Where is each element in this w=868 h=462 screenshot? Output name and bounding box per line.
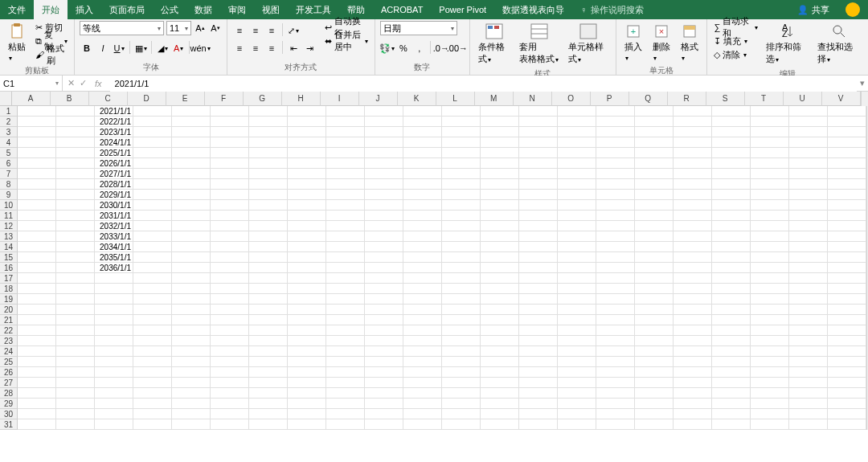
cell-V11[interactable]	[828, 211, 866, 221]
cell-F19[interactable]	[211, 294, 249, 305]
cell-U22[interactable]	[789, 325, 828, 336]
cell-K11[interactable]	[403, 211, 442, 221]
cell-D12[interactable]	[133, 221, 172, 231]
cell-L29[interactable]	[442, 399, 481, 409]
cell-I16[interactable]	[326, 263, 365, 273]
border-button[interactable]: ▦▾	[133, 41, 148, 55]
cell-Q22[interactable]	[635, 325, 674, 336]
align-middle-button[interactable]: ≡	[248, 23, 263, 38]
cell-D15[interactable]	[133, 252, 172, 263]
cell-L6[interactable]	[442, 158, 481, 169]
cell-C8[interactable]: 2028/1/1	[95, 179, 133, 190]
cell-B25[interactable]	[56, 357, 95, 367]
percent-button[interactable]: %	[396, 41, 411, 55]
cell-G30[interactable]	[249, 409, 288, 419]
cell-Q9[interactable]	[635, 190, 674, 200]
cell-Q17[interactable]	[635, 273, 674, 284]
cell-T25[interactable]	[751, 357, 789, 367]
cell-K2[interactable]	[403, 117, 442, 127]
cell-C17[interactable]	[95, 273, 133, 284]
cell-K23[interactable]	[403, 336, 442, 346]
align-center-button[interactable]: ≡	[248, 41, 263, 55]
cell-Q21[interactable]	[635, 315, 674, 325]
row-header-23[interactable]: 23	[0, 336, 18, 346]
cell-K22[interactable]	[403, 325, 442, 336]
cell-D24[interactable]	[133, 346, 172, 357]
cell-T9[interactable]	[751, 190, 789, 200]
cell-A2[interactable]	[18, 117, 56, 127]
cell-M10[interactable]	[481, 200, 519, 211]
cell-O26[interactable]	[558, 367, 596, 378]
cell-I14[interactable]	[326, 242, 365, 252]
col-header-E[interactable]: E	[166, 92, 205, 106]
cell-R4[interactable]	[674, 137, 712, 148]
cell-E2[interactable]	[172, 117, 211, 127]
cell-I4[interactable]	[326, 137, 365, 148]
cell-M11[interactable]	[481, 211, 519, 221]
cell-P19[interactable]	[596, 294, 635, 305]
cell-N30[interactable]	[519, 409, 558, 419]
tab-file[interactable]: 文件	[0, 0, 34, 19]
cell-V8[interactable]	[828, 179, 866, 190]
cell-I30[interactable]	[326, 409, 365, 419]
cell-E1[interactable]	[172, 106, 211, 117]
cell-S24[interactable]	[712, 346, 751, 357]
cell-H31[interactable]	[288, 419, 326, 430]
cell-M29[interactable]	[481, 399, 519, 409]
cell-M17[interactable]	[481, 273, 519, 284]
cell-V4[interactable]	[828, 137, 866, 148]
cell-L2[interactable]	[442, 117, 481, 127]
cell-I28[interactable]	[326, 388, 365, 399]
cell-M18[interactable]	[481, 284, 519, 294]
cell-O1[interactable]	[558, 106, 596, 117]
cell-O5[interactable]	[558, 148, 596, 158]
cell-G1[interactable]	[249, 106, 288, 117]
cell-J26[interactable]	[365, 367, 403, 378]
cell-P28[interactable]	[596, 388, 635, 399]
cell-N13[interactable]	[519, 231, 558, 242]
conditional-format-button[interactable]: 条件格式▾	[475, 21, 514, 67]
row-header-27[interactable]: 27	[0, 378, 18, 388]
cell-D6[interactable]	[133, 158, 172, 169]
cell-H11[interactable]	[288, 211, 326, 221]
cell-N12[interactable]	[519, 221, 558, 231]
cell-P10[interactable]	[596, 200, 635, 211]
cell-P2[interactable]	[596, 117, 635, 127]
cell-M4[interactable]	[481, 137, 519, 148]
cell-B6[interactable]	[56, 158, 95, 169]
cell-S17[interactable]	[712, 273, 751, 284]
cell-G20[interactable]	[249, 305, 288, 315]
cell-M1[interactable]	[481, 106, 519, 117]
cell-U10[interactable]	[789, 200, 828, 211]
cell-S5[interactable]	[712, 148, 751, 158]
cell-B4[interactable]	[56, 137, 95, 148]
cell-F20[interactable]	[211, 305, 249, 315]
cell-H1[interactable]	[288, 106, 326, 117]
cell-E11[interactable]	[172, 211, 211, 221]
cell-A30[interactable]	[18, 409, 56, 419]
cell-L5[interactable]	[442, 148, 481, 158]
tell-me-search[interactable]: ♀ 操作说明搜索	[572, 4, 652, 16]
cell-C1[interactable]: 2021/1/1	[95, 106, 133, 117]
cell-U12[interactable]	[789, 221, 828, 231]
cell-S18[interactable]	[712, 284, 751, 294]
cell-G6[interactable]	[249, 158, 288, 169]
cell-J24[interactable]	[365, 346, 403, 357]
col-header-M[interactable]: M	[475, 92, 514, 106]
cell-S9[interactable]	[712, 190, 751, 200]
cell-G4[interactable]	[249, 137, 288, 148]
cell-A26[interactable]	[18, 367, 56, 378]
cell-S10[interactable]	[712, 200, 751, 211]
cell-D30[interactable]	[133, 409, 172, 419]
cell-V26[interactable]	[828, 367, 866, 378]
cell-D1[interactable]	[133, 106, 172, 117]
cell-H7[interactable]	[288, 169, 326, 179]
cell-H17[interactable]	[288, 273, 326, 284]
comma-button[interactable]: ,	[412, 41, 427, 55]
cell-J28[interactable]	[365, 388, 403, 399]
cell-B27[interactable]	[56, 378, 95, 388]
cell-D25[interactable]	[133, 357, 172, 367]
cell-N7[interactable]	[519, 169, 558, 179]
cell-M30[interactable]	[481, 409, 519, 419]
cell-G18[interactable]	[249, 284, 288, 294]
